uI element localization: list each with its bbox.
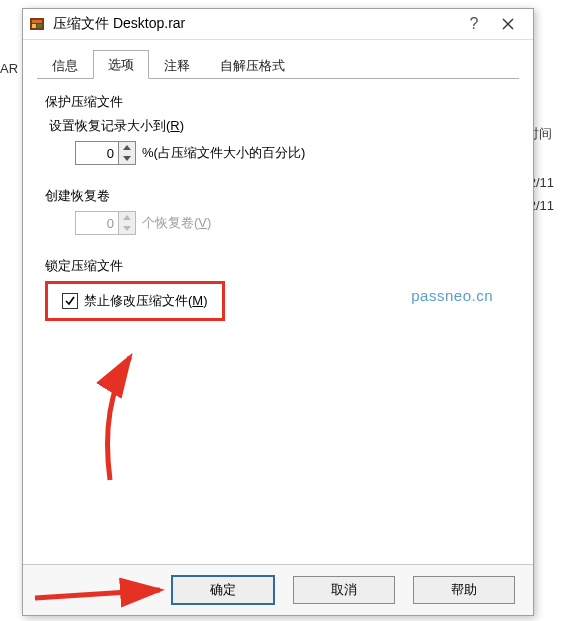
winrar-icon bbox=[29, 16, 45, 32]
recovery-volumes-up bbox=[119, 212, 135, 223]
group-protect-title: 保护压缩文件 bbox=[45, 93, 511, 111]
recovery-size-label: 设置恢复记录大小到(R) bbox=[49, 117, 511, 135]
recovery-volumes-spinner bbox=[75, 211, 136, 235]
group-volumes: 创建恢复卷 个恢复卷(V) bbox=[45, 187, 511, 235]
recovery-volumes-down bbox=[119, 223, 135, 234]
group-protect: 保护压缩文件 设置恢复记录大小到(R) %(占压缩文件大小的百分比) bbox=[45, 93, 511, 165]
recovery-size-up[interactable] bbox=[119, 142, 135, 153]
svg-rect-2 bbox=[32, 24, 36, 28]
help-button-bottom[interactable]: 帮助 bbox=[413, 576, 515, 604]
recovery-volumes-suffix-post: ) bbox=[207, 215, 211, 230]
group-lock-title: 锁定压缩文件 bbox=[45, 257, 511, 275]
recovery-size-suffix: %(占压缩文件大小的百分比) bbox=[142, 144, 305, 162]
lock-archive-hotkey: M bbox=[192, 293, 203, 308]
close-icon bbox=[502, 18, 514, 30]
close-button[interactable] bbox=[489, 12, 527, 36]
check-icon bbox=[65, 296, 75, 306]
recovery-size-down[interactable] bbox=[119, 153, 135, 164]
svg-rect-1 bbox=[32, 20, 42, 23]
recovery-size-hotkey: R bbox=[170, 118, 179, 133]
svg-rect-3 bbox=[37, 24, 42, 28]
recovery-volumes-hotkey: V bbox=[198, 215, 207, 230]
titlebar: 压缩文件 Desktop.rar ? bbox=[23, 9, 533, 40]
recovery-size-label-post: ) bbox=[180, 118, 184, 133]
recovery-volumes-suffix: 个恢复卷(V) bbox=[142, 214, 211, 232]
recovery-size-spinner[interactable] bbox=[75, 141, 136, 165]
group-volumes-title: 创建恢复卷 bbox=[45, 187, 511, 205]
lock-archive-label-post: ) bbox=[203, 293, 207, 308]
recovery-size-label-pre: 设置恢复记录大小到( bbox=[49, 118, 170, 133]
lock-archive-label[interactable]: 禁止修改压缩文件(M) bbox=[84, 292, 208, 310]
ok-button[interactable]: 确定 bbox=[171, 575, 275, 605]
dialog-body: 保护压缩文件 设置恢复记录大小到(R) %(占压缩文件大小的百分比) bbox=[23, 79, 533, 321]
recovery-volumes-input bbox=[76, 212, 118, 234]
recovery-volumes-suffix-pre: 个恢复卷( bbox=[142, 215, 198, 230]
tab-info[interactable]: 信息 bbox=[37, 51, 93, 79]
lock-archive-highlight: 禁止修改压缩文件(M) bbox=[45, 281, 225, 321]
lock-archive-checkbox[interactable] bbox=[62, 293, 78, 309]
help-button[interactable]: ? bbox=[459, 15, 489, 33]
tab-comment[interactable]: 注释 bbox=[149, 51, 205, 79]
tab-sfx[interactable]: 自解压格式 bbox=[205, 51, 300, 79]
lock-archive-label-pre: 禁止修改压缩文件( bbox=[84, 293, 192, 308]
dialog-title: 压缩文件 Desktop.rar bbox=[53, 15, 459, 33]
tab-bar: 信息 选项 注释 自解压格式 bbox=[37, 50, 519, 79]
cancel-button[interactable]: 取消 bbox=[293, 576, 395, 604]
button-bar: 确定 取消 帮助 bbox=[23, 564, 533, 615]
archive-options-dialog: 压缩文件 Desktop.rar ? 信息 选项 注释 自解压格式 保护压缩文件… bbox=[22, 8, 534, 616]
recovery-size-input[interactable] bbox=[76, 142, 118, 164]
watermark-text: passneo.cn bbox=[411, 287, 493, 304]
tab-options[interactable]: 选项 bbox=[93, 50, 149, 79]
